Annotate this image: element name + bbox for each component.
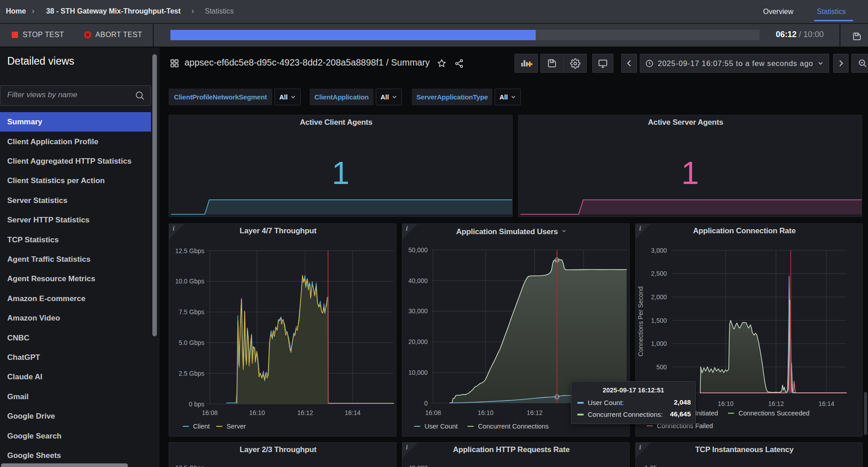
svg-text:0 bps: 0 bps — [189, 401, 204, 408]
svg-text:500: 500 — [656, 363, 667, 371]
svg-text:40,000: 40,000 — [408, 464, 428, 467]
svg-text:2.5 Gbps: 2.5 Gbps — [179, 370, 204, 377]
svg-text:12.5 Gbps: 12.5 Gbps — [175, 247, 204, 255]
svg-text:16:12: 16:12 — [297, 409, 313, 416]
svg-text:5.0 Gbps: 5.0 Gbps — [179, 339, 204, 346]
svg-text:2,000: 2,000 — [651, 293, 667, 301]
svg-text:7.5 Gbps: 7.5 Gbps — [179, 308, 204, 316]
svg-text:16:14: 16:14 — [818, 400, 834, 407]
svg-text:16:10: 16:10 — [477, 409, 493, 416]
svg-text:16:10: 16:10 — [717, 400, 733, 407]
svg-text:3,000: 3,000 — [651, 247, 667, 254]
svg-text:1,500: 1,500 — [651, 317, 667, 324]
svg-text:50,000: 50,000 — [408, 246, 428, 254]
svg-text:12.5 Gbps: 12.5 Gbps — [175, 464, 204, 467]
svg-text:1,000: 1,000 — [651, 340, 667, 347]
svg-text:2,500: 2,500 — [651, 270, 667, 277]
svg-text:40,000: 40,000 — [408, 277, 428, 284]
svg-text:0: 0 — [424, 400, 428, 407]
svg-text:10.0 Gbps: 10.0 Gbps — [175, 278, 204, 285]
svg-text:16:08: 16:08 — [202, 409, 217, 416]
svg-text:16:12: 16:12 — [768, 400, 784, 407]
svg-text:16:12: 16:12 — [527, 409, 542, 416]
svg-text:16:08: 16:08 — [425, 409, 441, 416]
svg-text:10,000: 10,000 — [408, 369, 428, 376]
svg-text:16:14: 16:14 — [344, 409, 360, 416]
svg-text:1.25: 1.25 — [645, 464, 657, 467]
svg-text:30,000: 30,000 — [408, 307, 428, 315]
svg-text:Connections Per Second: Connections Per Second — [637, 287, 644, 357]
svg-text:20,000: 20,000 — [408, 338, 428, 345]
svg-text:16:10: 16:10 — [249, 409, 265, 416]
